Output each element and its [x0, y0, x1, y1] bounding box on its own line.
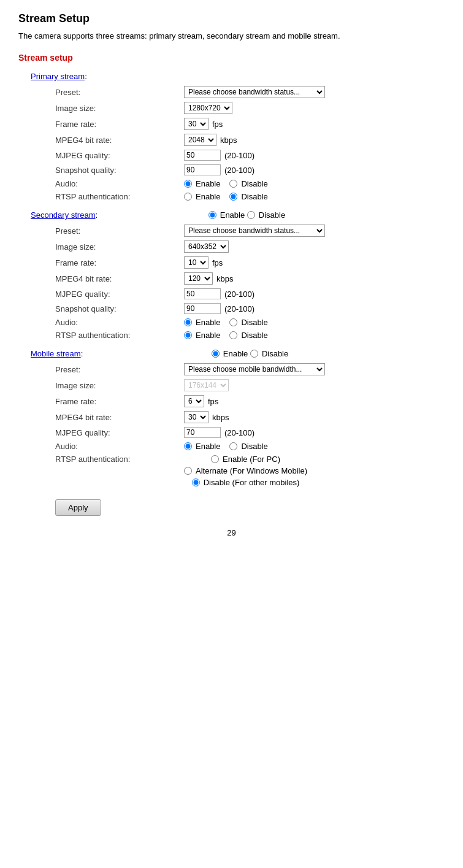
- mobile-rtsp-row: RTSP authentication: Enable (For PC) Alt…: [55, 455, 445, 487]
- primary-fields: Preset: Please choose bandwidth status..…: [55, 86, 445, 201]
- secondary-audio-enable-option[interactable]: Enable: [184, 318, 220, 327]
- mobile-audio-enable-radio[interactable]: [184, 442, 192, 450]
- mobile-mpeg4-select[interactable]: 30: [184, 411, 209, 423]
- mobile-rtsp-othermobiles-option[interactable]: Disable (For other mobiles): [192, 478, 300, 487]
- secondary-image-size-select[interactable]: 640x352: [184, 240, 229, 253]
- primary-image-size-label: Image size:: [55, 104, 184, 113]
- secondary-audio-enable-radio[interactable]: [184, 318, 192, 326]
- primary-snapshot-label: Snapshot quality:: [55, 166, 184, 175]
- mobile-audio-disable-option[interactable]: Disable: [229, 442, 267, 451]
- primary-colon: :: [85, 72, 87, 81]
- primary-stream-link[interactable]: Primary stream: [31, 72, 85, 81]
- secondary-disable-radio[interactable]: [247, 211, 255, 219]
- secondary-fps-label: fps: [212, 258, 223, 267]
- secondary-disable-option[interactable]: Disable: [247, 210, 285, 220]
- secondary-stream-link[interactable]: Secondary stream: [31, 210, 96, 220]
- mobile-disable-radio[interactable]: [250, 350, 258, 358]
- mobile-rtsp-pc-option[interactable]: Enable (For PC): [211, 455, 280, 464]
- primary-snapshot-range: (20-100): [224, 166, 254, 175]
- secondary-audio-disable-radio[interactable]: [229, 318, 237, 326]
- mobile-mjpeg-row: MJPEG quality: (20-100): [55, 427, 445, 438]
- secondary-mjpeg-row: MJPEG quality: (20-100): [55, 288, 445, 299]
- mobile-image-size-select[interactable]: 176x144: [184, 379, 229, 391]
- primary-rtsp-enable-radio[interactable]: [184, 193, 192, 201]
- mobile-frame-rate-row: Frame rate: 6 fps: [55, 395, 445, 407]
- primary-mpeg4-label: MPEG4 bit rate:: [55, 136, 184, 145]
- mobile-audio-enable-option[interactable]: Enable: [184, 442, 220, 451]
- mobile-enable-option[interactable]: Enable: [212, 349, 248, 358]
- primary-preset-row: Preset: Please choose bandwidth status..…: [55, 86, 445, 98]
- primary-rtsp-disable-radio[interactable]: [229, 193, 237, 201]
- secondary-colon: :: [96, 210, 98, 220]
- secondary-enable-radio[interactable]: [209, 211, 216, 219]
- secondary-enable-option[interactable]: Enable: [209, 210, 245, 220]
- secondary-frame-rate-select[interactable]: 10: [184, 256, 209, 269]
- mobile-rtsp-winmobile-radio[interactable]: [184, 467, 192, 475]
- primary-mjpeg-input[interactable]: [184, 150, 221, 161]
- mobile-audio-disable-radio[interactable]: [229, 442, 237, 450]
- mobile-rtsp-label: RTSP authentication:: [55, 455, 184, 464]
- mobile-mjpeg-label: MJPEG quality:: [55, 428, 184, 437]
- mobile-enable-radio[interactable]: [212, 350, 220, 358]
- secondary-mpeg4-label: MPEG4 bit rate:: [55, 274, 184, 283]
- secondary-rtsp-disable-radio[interactable]: [229, 331, 237, 339]
- primary-audio-disable-radio[interactable]: [229, 180, 237, 188]
- secondary-preset-label: Preset:: [55, 226, 184, 236]
- mobile-fps-label: fps: [208, 397, 218, 406]
- mobile-rtsp-othermobiles-radio[interactable]: [192, 478, 200, 486]
- primary-rtsp-enable-option[interactable]: Enable: [184, 192, 220, 201]
- primary-snapshot-input[interactable]: [184, 164, 221, 175]
- primary-mpeg4-select[interactable]: 2048: [184, 134, 216, 146]
- secondary-snapshot-input[interactable]: [184, 303, 221, 314]
- secondary-mjpeg-label: MJPEG quality:: [55, 290, 184, 299]
- primary-audio-enable-label: Enable: [196, 179, 220, 188]
- primary-rtsp-disable-label: Disable: [241, 192, 267, 201]
- secondary-snapshot-label: Snapshot quality:: [55, 304, 184, 313]
- mobile-disable-label: Disable: [262, 349, 288, 358]
- apply-row: Apply: [55, 499, 445, 516]
- mobile-audio-row: Audio: Enable Disable: [55, 442, 445, 451]
- secondary-rtsp-enable-option[interactable]: Enable: [184, 331, 220, 340]
- mobile-preset-select[interactable]: Please choose mobile bandwidth...: [184, 363, 325, 375]
- mobile-rtsp-winmobile-option[interactable]: Alternate (For Windows Mobile): [184, 466, 307, 475]
- apply-button[interactable]: Apply: [55, 499, 101, 516]
- mobile-mjpeg-input[interactable]: [184, 427, 221, 438]
- mobile-frame-rate-select[interactable]: 6: [184, 395, 204, 407]
- secondary-frame-rate-label: Frame rate:: [55, 258, 184, 267]
- mobile-rtsp-winmobile-label: Alternate (For Windows Mobile): [196, 466, 307, 475]
- primary-rtsp-disable-option[interactable]: Disable: [229, 192, 267, 201]
- secondary-audio-row: Audio: Enable Disable: [55, 318, 445, 327]
- secondary-enable-label: Enable: [220, 210, 245, 220]
- secondary-mjpeg-range: (20-100): [224, 290, 254, 299]
- primary-audio-disable-option[interactable]: Disable: [229, 179, 267, 188]
- mobile-kbps-label: kbps: [212, 413, 229, 422]
- secondary-audio-enable-label: Enable: [196, 318, 220, 327]
- secondary-audio-disable-option[interactable]: Disable: [229, 318, 267, 327]
- primary-fps-label: fps: [212, 120, 223, 129]
- primary-mjpeg-label: MJPEG quality:: [55, 151, 184, 160]
- primary-rtsp-enable-label: Enable: [196, 192, 220, 201]
- secondary-image-size-label: Image size:: [55, 242, 184, 252]
- secondary-rtsp-enable-radio[interactable]: [184, 331, 192, 339]
- secondary-rtsp-disable-option[interactable]: Disable: [229, 331, 267, 340]
- primary-kbps-label: kbps: [220, 136, 237, 145]
- mobile-disable-option[interactable]: Disable: [250, 349, 288, 358]
- mobile-rtsp-pc-radio[interactable]: [211, 455, 219, 463]
- mobile-stream-link[interactable]: Mobile stream: [31, 349, 81, 358]
- secondary-preset-select[interactable]: Please choose bandwidth status...: [184, 225, 325, 237]
- secondary-mjpeg-input[interactable]: [184, 288, 221, 299]
- primary-audio-enable-option[interactable]: Enable: [184, 179, 220, 188]
- primary-preset-select[interactable]: Please choose bandwidth status...: [184, 86, 325, 98]
- primary-image-size-select[interactable]: 1280x720: [184, 102, 232, 114]
- primary-frame-rate-select[interactable]: 30: [184, 118, 209, 130]
- mobile-fields: Preset: Please choose mobile bandwidth..…: [55, 363, 445, 487]
- primary-rtsp-label: RTSP authentication:: [55, 192, 184, 201]
- mobile-colon: :: [81, 349, 83, 358]
- secondary-audio-disable-label: Disable: [241, 318, 267, 327]
- mobile-enable-label: Enable: [223, 349, 248, 358]
- secondary-frame-rate-row: Frame rate: 10 fps: [55, 256, 445, 269]
- primary-audio-enable-radio[interactable]: [184, 180, 192, 188]
- secondary-mpeg4-select[interactable]: 120: [184, 272, 213, 285]
- mobile-preset-row: Preset: Please choose mobile bandwidth..…: [55, 363, 445, 375]
- primary-rtsp-row: RTSP authentication: Enable Disable: [55, 192, 445, 201]
